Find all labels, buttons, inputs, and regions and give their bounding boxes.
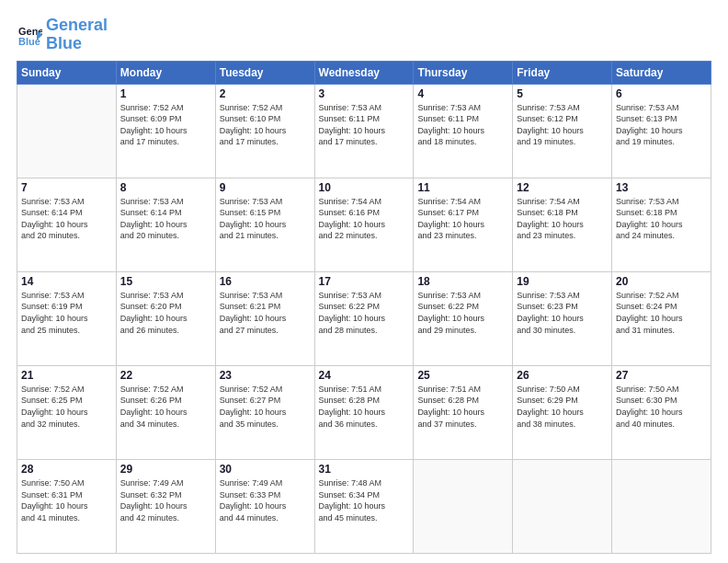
calendar-cell xyxy=(17,84,117,178)
calendar-cell: 2 Sunrise: 7:52 AMSunset: 6:10 PMDayligh… xyxy=(215,84,314,178)
calendar-table: SundayMondayTuesdayWednesdayThursdayFrid… xyxy=(17,61,711,554)
calendar-cell: 31 Sunrise: 7:48 AMSunset: 6:34 PMDaylig… xyxy=(314,459,414,553)
calendar-cell xyxy=(513,459,612,553)
calendar-cell: 6 Sunrise: 7:53 AMSunset: 6:13 PMDayligh… xyxy=(612,84,711,178)
calendar-header-thursday: Thursday xyxy=(414,61,513,84)
calendar-cell: 7 Sunrise: 7:53 AMSunset: 6:14 PMDayligh… xyxy=(17,178,117,271)
calendar-cell: 4 Sunrise: 7:53 AMSunset: 6:11 PMDayligh… xyxy=(414,84,513,178)
calendar-week-2: 7 Sunrise: 7:53 AMSunset: 6:14 PMDayligh… xyxy=(17,178,711,271)
calendar-cell: 27 Sunrise: 7:50 AMSunset: 6:30 PMDaylig… xyxy=(612,365,711,459)
cell-info: Sunrise: 7:49 AMSunset: 6:33 PMDaylight:… xyxy=(220,477,311,523)
day-number: 30 xyxy=(220,463,311,476)
day-number: 3 xyxy=(319,87,410,100)
calendar-header-row: SundayMondayTuesdayWednesdayThursdayFrid… xyxy=(17,61,711,84)
day-number: 29 xyxy=(120,463,211,476)
calendar-cell: 25 Sunrise: 7:51 AMSunset: 6:28 PMDaylig… xyxy=(414,365,513,459)
day-number: 11 xyxy=(417,181,508,194)
cell-info: Sunrise: 7:53 AMSunset: 6:20 PMDaylight:… xyxy=(120,290,211,336)
calendar-week-4: 21 Sunrise: 7:52 AMSunset: 6:25 PMDaylig… xyxy=(17,365,711,459)
cell-info: Sunrise: 7:52 AMSunset: 6:27 PMDaylight:… xyxy=(220,384,311,430)
cell-info: Sunrise: 7:51 AMSunset: 6:28 PMDaylight:… xyxy=(417,384,508,430)
calendar-header-tuesday: Tuesday xyxy=(215,61,314,84)
cell-info: Sunrise: 7:50 AMSunset: 6:30 PMDaylight:… xyxy=(616,384,707,430)
calendar-cell: 3 Sunrise: 7:53 AMSunset: 6:11 PMDayligh… xyxy=(314,84,414,178)
logo-icon: General Blue xyxy=(17,22,42,48)
calendar-cell: 19 Sunrise: 7:53 AMSunset: 6:23 PMDaylig… xyxy=(513,271,612,365)
cell-info: Sunrise: 7:53 AMSunset: 6:22 PMDaylight:… xyxy=(319,290,410,336)
cell-info: Sunrise: 7:54 AMSunset: 6:16 PMDaylight:… xyxy=(319,196,410,242)
cell-info: Sunrise: 7:50 AMSunset: 6:29 PMDaylight:… xyxy=(517,384,608,430)
calendar-cell: 16 Sunrise: 7:53 AMSunset: 6:21 PMDaylig… xyxy=(215,271,314,365)
calendar-cell: 10 Sunrise: 7:54 AMSunset: 6:16 PMDaylig… xyxy=(314,178,414,271)
calendar-cell: 22 Sunrise: 7:52 AMSunset: 6:26 PMDaylig… xyxy=(116,365,215,459)
calendar-header-monday: Monday xyxy=(116,61,215,84)
calendar-cell: 5 Sunrise: 7:53 AMSunset: 6:12 PMDayligh… xyxy=(513,84,612,178)
day-number: 6 xyxy=(616,87,707,100)
day-number: 4 xyxy=(417,87,508,100)
calendar-week-1: 1 Sunrise: 7:52 AMSunset: 6:09 PMDayligh… xyxy=(17,84,711,178)
cell-info: Sunrise: 7:53 AMSunset: 6:13 PMDaylight:… xyxy=(616,102,707,148)
cell-info: Sunrise: 7:53 AMSunset: 6:11 PMDaylight:… xyxy=(319,102,410,148)
cell-info: Sunrise: 7:50 AMSunset: 6:31 PMDaylight:… xyxy=(21,477,112,523)
day-number: 17 xyxy=(319,275,410,288)
calendar-cell: 24 Sunrise: 7:51 AMSunset: 6:28 PMDaylig… xyxy=(314,365,414,459)
cell-info: Sunrise: 7:54 AMSunset: 6:18 PMDaylight:… xyxy=(517,196,608,242)
day-number: 22 xyxy=(120,369,211,382)
calendar-cell: 15 Sunrise: 7:53 AMSunset: 6:20 PMDaylig… xyxy=(116,271,215,365)
cell-info: Sunrise: 7:53 AMSunset: 6:21 PMDaylight:… xyxy=(220,290,311,336)
day-number: 13 xyxy=(616,181,707,194)
cell-info: Sunrise: 7:53 AMSunset: 6:19 PMDaylight:… xyxy=(21,290,112,336)
day-number: 26 xyxy=(517,369,608,382)
calendar-cell: 1 Sunrise: 7:52 AMSunset: 6:09 PMDayligh… xyxy=(116,84,215,178)
day-number: 19 xyxy=(517,275,608,288)
cell-info: Sunrise: 7:53 AMSunset: 6:15 PMDaylight:… xyxy=(220,196,311,242)
cell-info: Sunrise: 7:53 AMSunset: 6:12 PMDaylight:… xyxy=(517,102,608,148)
calendar-header-wednesday: Wednesday xyxy=(314,61,414,84)
calendar-cell: 20 Sunrise: 7:52 AMSunset: 6:24 PMDaylig… xyxy=(612,271,711,365)
day-number: 18 xyxy=(417,275,508,288)
calendar-week-3: 14 Sunrise: 7:53 AMSunset: 6:19 PMDaylig… xyxy=(17,271,711,365)
cell-info: Sunrise: 7:49 AMSunset: 6:32 PMDaylight:… xyxy=(120,477,211,523)
cell-info: Sunrise: 7:53 AMSunset: 6:11 PMDaylight:… xyxy=(417,102,508,148)
day-number: 15 xyxy=(120,275,211,288)
calendar-cell: 11 Sunrise: 7:54 AMSunset: 6:17 PMDaylig… xyxy=(414,178,513,271)
logo-text: GeneralBlue xyxy=(46,17,108,53)
calendar-cell xyxy=(612,459,711,553)
cell-info: Sunrise: 7:52 AMSunset: 6:09 PMDaylight:… xyxy=(120,102,211,148)
cell-info: Sunrise: 7:52 AMSunset: 6:24 PMDaylight:… xyxy=(616,290,707,336)
logo: General Blue GeneralBlue xyxy=(17,17,108,53)
cell-info: Sunrise: 7:53 AMSunset: 6:22 PMDaylight:… xyxy=(417,290,508,336)
calendar-header-sunday: Sunday xyxy=(17,61,117,84)
day-number: 2 xyxy=(220,87,311,100)
day-number: 24 xyxy=(319,369,410,382)
day-number: 14 xyxy=(21,275,112,288)
calendar-cell: 9 Sunrise: 7:53 AMSunset: 6:15 PMDayligh… xyxy=(215,178,314,271)
day-number: 23 xyxy=(220,369,311,382)
calendar-cell: 29 Sunrise: 7:49 AMSunset: 6:32 PMDaylig… xyxy=(116,459,215,553)
cell-info: Sunrise: 7:52 AMSunset: 6:10 PMDaylight:… xyxy=(220,102,311,148)
calendar-cell: 18 Sunrise: 7:53 AMSunset: 6:22 PMDaylig… xyxy=(414,271,513,365)
day-number: 9 xyxy=(220,181,311,194)
cell-info: Sunrise: 7:53 AMSunset: 6:18 PMDaylight:… xyxy=(616,196,707,242)
calendar-cell: 14 Sunrise: 7:53 AMSunset: 6:19 PMDaylig… xyxy=(17,271,117,365)
calendar-cell: 26 Sunrise: 7:50 AMSunset: 6:29 PMDaylig… xyxy=(513,365,612,459)
cell-info: Sunrise: 7:53 AMSunset: 6:14 PMDaylight:… xyxy=(120,196,211,242)
cell-info: Sunrise: 7:53 AMSunset: 6:14 PMDaylight:… xyxy=(21,196,112,242)
calendar-header-friday: Friday xyxy=(513,61,612,84)
calendar-cell: 12 Sunrise: 7:54 AMSunset: 6:18 PMDaylig… xyxy=(513,178,612,271)
calendar-cell: 21 Sunrise: 7:52 AMSunset: 6:25 PMDaylig… xyxy=(17,365,117,459)
day-number: 25 xyxy=(417,369,508,382)
cell-info: Sunrise: 7:54 AMSunset: 6:17 PMDaylight:… xyxy=(417,196,508,242)
day-number: 8 xyxy=(120,181,211,194)
page: General Blue GeneralBlue SundayMondayTue… xyxy=(0,0,728,563)
header: General Blue GeneralBlue xyxy=(17,17,711,53)
calendar-cell: 30 Sunrise: 7:49 AMSunset: 6:33 PMDaylig… xyxy=(215,459,314,553)
day-number: 31 xyxy=(319,463,410,476)
cell-info: Sunrise: 7:51 AMSunset: 6:28 PMDaylight:… xyxy=(319,384,410,430)
calendar-cell xyxy=(414,459,513,553)
cell-info: Sunrise: 7:53 AMSunset: 6:23 PMDaylight:… xyxy=(517,290,608,336)
calendar-week-5: 28 Sunrise: 7:50 AMSunset: 6:31 PMDaylig… xyxy=(17,459,711,553)
calendar-cell: 13 Sunrise: 7:53 AMSunset: 6:18 PMDaylig… xyxy=(612,178,711,271)
cell-info: Sunrise: 7:52 AMSunset: 6:25 PMDaylight:… xyxy=(21,384,112,430)
day-number: 10 xyxy=(319,181,410,194)
